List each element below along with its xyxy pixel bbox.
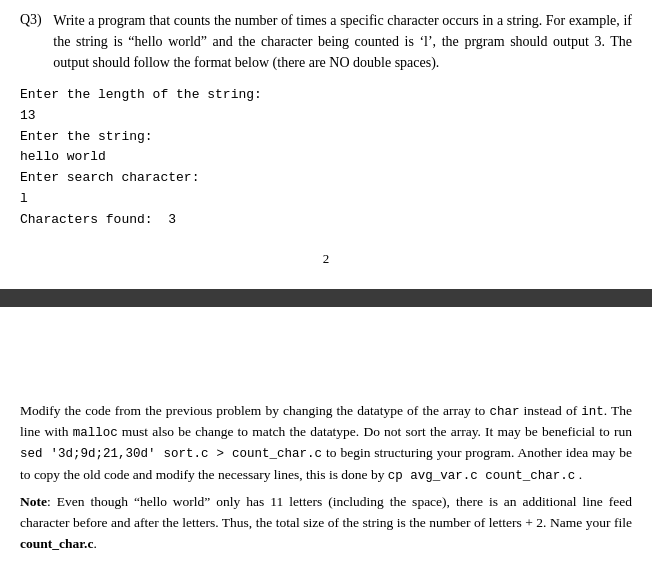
question-label: Q3) <box>20 10 42 30</box>
page: Q3) Write a program that counts the numb… <box>0 0 652 579</box>
top-section: Q3) Write a program that counts the numb… <box>0 0 652 281</box>
cp-command: cp avg_var.c count_char.c <box>388 469 576 483</box>
question-text: Write a program that counts the number o… <box>53 10 632 73</box>
bottom-text: Modify the code from the previous proble… <box>20 401 632 555</box>
question-header: Q3) Write a program that counts the numb… <box>20 10 632 73</box>
bottom-section: Modify the code from the previous proble… <box>0 387 652 575</box>
spacer <box>0 307 652 387</box>
filename: count_char.c <box>20 536 93 551</box>
output-line-5: Enter search character: <box>20 168 632 189</box>
malloc-keyword: malloc <box>73 426 118 440</box>
bottom-paragraph-1: Modify the code from the previous proble… <box>20 401 632 487</box>
sample-output-block: Enter the length of the string: 13 Enter… <box>20 85 632 231</box>
output-line-6: l <box>20 189 632 210</box>
output-line-7: Characters found: 3 <box>20 210 632 231</box>
note-label: Note <box>20 494 47 509</box>
output-line-1: Enter the length of the string: <box>20 85 632 106</box>
page-number: 2 <box>20 247 632 271</box>
output-line-2: 13 <box>20 106 632 127</box>
output-line-4: hello world <box>20 147 632 168</box>
char-keyword: char <box>489 405 519 419</box>
int-keyword: int <box>581 405 604 419</box>
sed-command: sed '3d;9d;21,30d' sort.c > count_char.c <box>20 447 322 461</box>
bottom-note: Note: Even though “hello world” only has… <box>20 492 632 555</box>
output-line-3: Enter the string: <box>20 127 632 148</box>
section-divider <box>0 289 652 307</box>
